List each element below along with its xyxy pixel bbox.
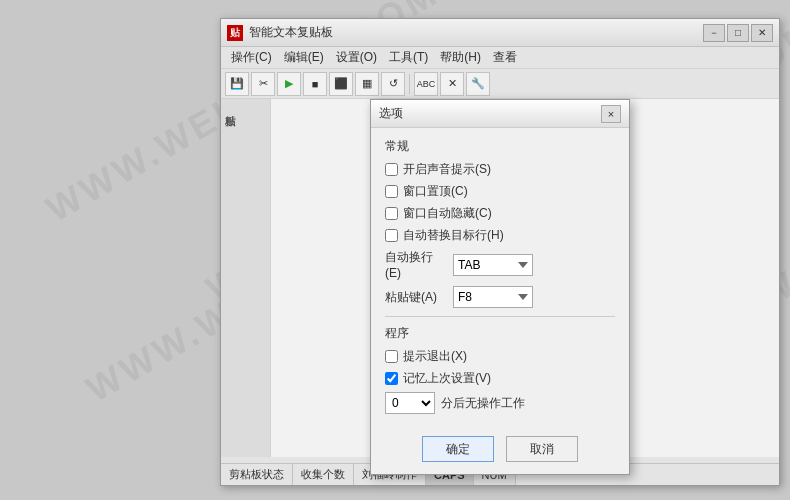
inactivity-row: 0 1 2 5 10 分后无操作工作 <box>385 392 615 414</box>
autoreplace-checkbox[interactable] <box>385 229 398 242</box>
paste-key-label: 粘贴键(A) <box>385 289 445 306</box>
topmost-checkbox[interactable] <box>385 185 398 198</box>
autohide-checkbox[interactable] <box>385 207 398 220</box>
dialog-overlay: 选项 × 常规 开启声音提示(S) 窗口置顶(C) 窗口自动隐藏(C) <box>221 19 779 485</box>
section-program-title: 程序 <box>385 325 615 342</box>
paste-key-select[interactable]: F8 F9 F10 F11 F12 <box>453 286 533 308</box>
checkbox-remember-settings: 记忆上次设置(V) <box>385 370 615 387</box>
dialog-footer: 确定 取消 <box>371 428 629 474</box>
ok-button[interactable]: 确定 <box>422 436 494 462</box>
checkbox-autohide: 窗口自动隐藏(C) <box>385 205 615 222</box>
options-dialog: 选项 × 常规 开启声音提示(S) 窗口置顶(C) 窗口自动隐藏(C) <box>370 99 630 475</box>
checkbox-topmost: 窗口置顶(C) <box>385 183 615 200</box>
dialog-title-bar: 选项 × <box>371 100 629 128</box>
checkbox-exit-prompt: 提示退出(X) <box>385 348 615 365</box>
remember-settings-checkbox[interactable] <box>385 372 398 385</box>
dialog-body: 常规 开启声音提示(S) 窗口置顶(C) 窗口自动隐藏(C) 自动替换目标行(H… <box>371 128 629 424</box>
inactivity-select[interactable]: 0 1 2 5 10 <box>385 392 435 414</box>
exit-prompt-checkbox[interactable] <box>385 350 398 363</box>
dialog-close-button[interactable]: × <box>601 105 621 123</box>
section-divider <box>385 316 615 317</box>
cancel-button[interactable]: 取消 <box>506 436 578 462</box>
section-general-title: 常规 <box>385 138 615 155</box>
exit-prompt-label[interactable]: 提示退出(X) <box>403 348 467 365</box>
app-window: 贴 智能文本复贴板 － □ ✕ 操作(C) 编辑(E) 设置(O) 工具(T) … <box>220 18 780 486</box>
auto-switch-label: 自动换行(E) <box>385 249 445 280</box>
checkbox-sound: 开启声音提示(S) <box>385 161 615 178</box>
checkbox-autoreplace: 自动替换目标行(H) <box>385 227 615 244</box>
topmost-label[interactable]: 窗口置顶(C) <box>403 183 468 200</box>
paste-key-row: 粘贴键(A) F8 F9 F10 F11 F12 <box>385 286 615 308</box>
sound-label[interactable]: 开启声音提示(S) <box>403 161 491 178</box>
sound-checkbox[interactable] <box>385 163 398 176</box>
autohide-label[interactable]: 窗口自动隐藏(C) <box>403 205 492 222</box>
autoreplace-label[interactable]: 自动替换目标行(H) <box>403 227 504 244</box>
auto-switch-select[interactable]: TAB ENTER SPACE <box>453 254 533 276</box>
remember-settings-label[interactable]: 记忆上次设置(V) <box>403 370 491 387</box>
inactivity-suffix-label: 分后无操作工作 <box>441 395 525 412</box>
dialog-title-text: 选项 <box>379 105 601 122</box>
auto-switch-row: 自动换行(E) TAB ENTER SPACE <box>385 249 615 280</box>
